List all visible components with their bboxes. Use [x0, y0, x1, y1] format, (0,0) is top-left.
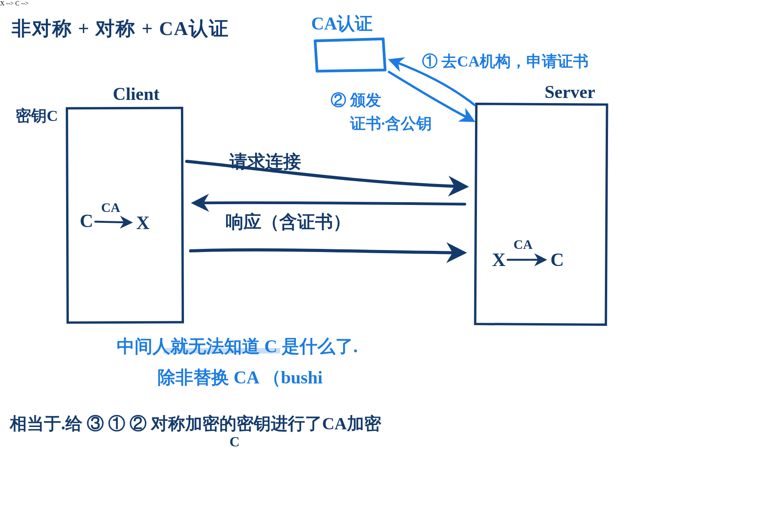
client-formula-right: X	[136, 212, 150, 233]
diagram-title: 非对称 + 对称 + CA认证	[12, 16, 229, 42]
arrow-msg3	[191, 250, 463, 253]
arrow-msg2	[194, 203, 465, 204]
server-label: Server	[545, 82, 595, 102]
footer-line3: 相当于.给 ③ ① ② 对称加密的密钥进行了CA加密	[10, 412, 381, 435]
ca-label: CA认证	[311, 12, 373, 36]
diagram-stage: 非对称 + 对称 + CA认证 CA认证 ① 去CA机构，申请证书 ② 颁发 证…	[0, 0, 778, 532]
footer-line1: 中间人就无法知道 C 是什么了.	[117, 334, 358, 359]
client-formula-left: C	[80, 210, 93, 231]
ca-box	[315, 39, 385, 71]
server-formula-right: C	[550, 249, 564, 270]
footer-sub-c: C	[230, 434, 240, 450]
server-formula-left: X	[492, 249, 506, 270]
ca-step2a: ② 颁发	[331, 89, 381, 111]
ca-step2b: 证书·含公钥	[350, 113, 432, 134]
server-formula-arrow-label: CA	[513, 237, 533, 252]
ca-step1: ① 去CA机构，申请证书	[422, 51, 589, 72]
server-box	[474, 103, 608, 326]
message-2-label: 响应（含证书）	[226, 210, 351, 234]
footer-line2: 除非替换 CA （bushi	[158, 366, 322, 390]
message-1-label: 请求连接	[230, 150, 301, 174]
arrow-msg1	[187, 161, 465, 187]
client-formula-arrow-label: CA	[101, 200, 120, 215]
client-key-label: 密钥C	[16, 105, 58, 126]
client-label: Client	[113, 84, 159, 104]
